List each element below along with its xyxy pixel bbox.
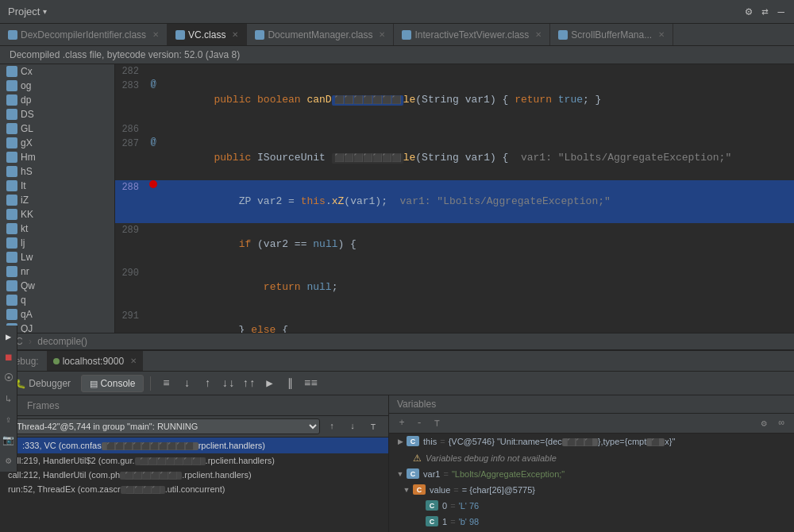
expand-this-icon[interactable]: ▶ bbox=[395, 435, 405, 448]
sidebar-icon-lw bbox=[6, 252, 17, 263]
sidebar-item-qw[interactable]: Qw bbox=[0, 279, 114, 293]
var-item-var1[interactable]: ▼ C var1 = "Lbolts/AggregateException;" bbox=[389, 466, 794, 482]
sidebar-item-kk[interactable]: KK bbox=[0, 207, 114, 222]
sidebar-item-qa[interactable]: qA bbox=[0, 307, 114, 322]
toolbar-btn-step-into[interactable]: ↓ bbox=[178, 375, 195, 392]
sidebar-item-dp[interactable]: dp bbox=[0, 93, 114, 107]
var-name-0: 0 bbox=[440, 499, 447, 512]
frame-down-icon[interactable]: ↓ bbox=[344, 418, 361, 435]
thread-select[interactable]: "Thread-42"@5,744 in group "main": RUNNI… bbox=[6, 418, 320, 434]
step-icon[interactable]: ↳ bbox=[1, 395, 17, 407]
sidebar-icon-lj bbox=[6, 237, 17, 249]
tab-dex-decompiler[interactable]: DexDecompilerIdentifier.class ✕ bbox=[0, 24, 168, 45]
frame-label-2: call:212, HandlerUtil (com.ph⬛⬛⬛⬛⬛⬛.rpcl… bbox=[8, 470, 252, 480]
sidebar-item-it[interactable]: It bbox=[0, 179, 114, 193]
debug-info-text: Variables debug info not available bbox=[423, 452, 557, 465]
tab-icon-itv bbox=[402, 30, 411, 40]
tab-label-console: Console bbox=[100, 378, 135, 389]
tab-scroll-buffer[interactable]: ScrollBufferMana... ✕ bbox=[550, 24, 673, 45]
var-collapse-icon[interactable]: - bbox=[411, 415, 427, 431]
type-badge-var1: C bbox=[407, 468, 419, 479]
debug-session-text: localhost:9000 bbox=[63, 356, 124, 367]
code-line-283: 283 @ public boolean canD⬛⬛⬛⬛⬛⬛⬛le(Strin… bbox=[115, 79, 794, 122]
var-item-this[interactable]: ▶ C this = {VC@5746} "Unit:name={dec⬛⬛⬛}… bbox=[389, 434, 794, 450]
sidebar-item-nr[interactable]: nr bbox=[0, 264, 114, 279]
toolbar-btn-evaluate[interactable]: ↑↑ bbox=[240, 375, 257, 392]
toolbar-btn-stop[interactable]: ∥ bbox=[281, 375, 299, 392]
tab-close-vc[interactable]: ✕ bbox=[232, 30, 238, 39]
sidebar-item-gl[interactable]: GL bbox=[0, 121, 114, 136]
sidebar-item-hm[interactable]: Hm bbox=[0, 150, 114, 164]
settings-icon[interactable]: ⚙ bbox=[744, 3, 754, 20]
sidebar-item-iz[interactable]: iZ bbox=[0, 193, 114, 207]
sidebar-icon-cx bbox=[6, 66, 17, 77]
tab-label-vc: VC.class bbox=[188, 29, 225, 40]
sidebar-item-q[interactable]: q bbox=[0, 293, 114, 307]
var-settings-icon[interactable]: ⚙ bbox=[756, 415, 772, 431]
sidebar: Cx og dp DS GL gX Hm hS bbox=[0, 64, 115, 333]
frame-item-1[interactable]: call:219, HandlerUtil$2 (com.gur.⬛⬛⬛⬛⬛⬛⬛… bbox=[0, 453, 388, 468]
camera-icon[interactable]: 📷 bbox=[1, 432, 17, 448]
tab-close-dex[interactable]: ✕ bbox=[152, 30, 159, 39]
toolbar-btn-resume[interactable]: ▶ bbox=[260, 375, 278, 392]
code-line-287: 287 @ public ISourceUnit ⬛⬛⬛⬛⬛⬛⬛le(Strin… bbox=[115, 137, 794, 180]
debug-toolbar: 🐛 Debugger ▤ Console ≡ ↓ ↑ ↓↓ ↑↑ ▶ ∥ ≡≡ bbox=[0, 372, 794, 395]
tab-console[interactable]: ▤ Console bbox=[81, 375, 144, 392]
toolbar-btn-run-to-cursor[interactable]: ↓↓ bbox=[219, 375, 237, 392]
var-filter-icon[interactable]: ⊤ bbox=[429, 415, 445, 431]
sidebar-item-hs[interactable]: hS bbox=[0, 164, 114, 179]
annotation-icon-287: @ bbox=[150, 137, 156, 148]
toolbar-btn-step-out[interactable]: ↑ bbox=[198, 375, 216, 392]
frame-item-0[interactable]: ✓ :333, VC (com.cnfas⬛⬛⬛⬛⬛⬛⬛⬛⬛⬛rpclient.… bbox=[0, 438, 388, 453]
sidebar-item-cx[interactable]: Cx bbox=[0, 64, 114, 79]
sidebar-icon-og bbox=[6, 80, 17, 91]
sidebar-icon-hs bbox=[6, 166, 17, 177]
toolbar-btn-step-over[interactable]: ≡ bbox=[157, 375, 175, 392]
tab-close-dm[interactable]: ✕ bbox=[379, 30, 385, 39]
tab-document-manager[interactable]: DocumentManager.class ✕ bbox=[247, 24, 394, 45]
settings-bottom-icon[interactable]: ⚙ bbox=[1, 453, 17, 468]
sidebar-item-lw[interactable]: Lw bbox=[0, 250, 114, 264]
code-line-291: 291 } else { bbox=[115, 309, 794, 333]
tab-label-dm: DocumentManager.class bbox=[268, 29, 372, 40]
tab-icon-console: ▤ bbox=[90, 379, 98, 388]
project-button[interactable]: Project ▾ bbox=[0, 0, 55, 23]
var-item-0[interactable]: C 0 = 'L' 76 bbox=[389, 498, 794, 514]
sidebar-item-kt[interactable]: kt bbox=[0, 222, 114, 236]
sidebar-icon-hm bbox=[6, 152, 17, 163]
var-value-1: 'b' 98 bbox=[459, 515, 480, 528]
minimize-icon[interactable]: — bbox=[777, 4, 786, 20]
frame-up-icon[interactable]: ↑ bbox=[323, 418, 341, 435]
expand-value-icon[interactable]: ▼ bbox=[402, 484, 411, 496]
sidebar-item-og[interactable]: og bbox=[0, 79, 114, 93]
var-item-value[interactable]: ▼ C value = = {char[26]@5775} bbox=[389, 482, 794, 498]
sidebar-item-ds[interactable]: DS bbox=[0, 107, 114, 121]
debug-session-close-icon[interactable]: ✕ bbox=[130, 357, 137, 365]
tab-vc[interactable]: VC.class ✕ bbox=[168, 24, 247, 45]
variables-header: Variables bbox=[389, 395, 794, 414]
debug-session[interactable]: localhost:9000 ✕ bbox=[47, 351, 143, 371]
code-line-288: 288 ZP var2 = this.xZ(var1); var1: "Lbol… bbox=[115, 180, 794, 223]
toolbar-btn-settings[interactable]: ≡≡ bbox=[302, 375, 319, 392]
tab-icon-sb bbox=[558, 30, 568, 40]
expand-var1-icon[interactable]: ▼ bbox=[395, 468, 405, 480]
type-badge-this: C bbox=[407, 436, 419, 446]
var-item-1[interactable]: C 1 = 'b' 98 bbox=[389, 514, 794, 530]
swap-icon[interactable]: ⇄ bbox=[760, 3, 769, 20]
debug-tab-bar: Debug: localhost:9000 ✕ bbox=[0, 351, 794, 372]
frame-item-3[interactable]: run:52, ThreadEx (com.zascr⬛⬛⬛⬛.util.con… bbox=[0, 482, 388, 496]
up-icon[interactable]: ⇪ bbox=[1, 411, 17, 427]
sidebar-item-gx[interactable]: gX bbox=[0, 136, 114, 150]
infinity-icon[interactable]: ∞ bbox=[773, 415, 789, 431]
tab-icon-vc bbox=[175, 30, 185, 40]
frame-filter-icon[interactable]: ⊤ bbox=[364, 418, 382, 435]
code-editor[interactable]: 282 283 @ public boolean canD⬛⬛⬛⬛⬛⬛⬛le(S… bbox=[115, 64, 794, 333]
sidebar-item-lj[interactable]: lj bbox=[0, 236, 114, 250]
tab-close-itv[interactable]: ✕ bbox=[535, 30, 542, 39]
tab-interactive-text[interactable]: InteractiveTextViewer.class ✕ bbox=[394, 24, 550, 45]
var-expand-icon[interactable]: + bbox=[394, 415, 410, 431]
code-line-290: 290 return null; bbox=[115, 266, 794, 309]
breadcrumb-separator: › bbox=[29, 336, 32, 347]
frame-item-2[interactable]: call:212, HandlerUtil (com.ph⬛⬛⬛⬛⬛⬛.rpcl… bbox=[0, 468, 388, 482]
tab-close-sb[interactable]: ✕ bbox=[658, 30, 665, 39]
